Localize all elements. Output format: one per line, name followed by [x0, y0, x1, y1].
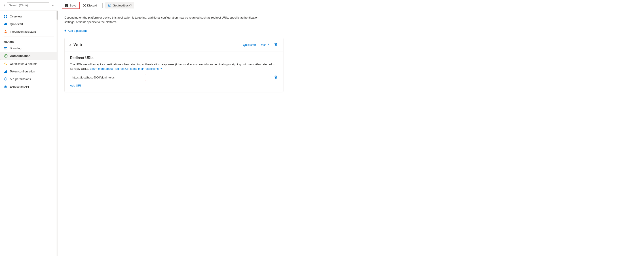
scroll-thumb	[56, 11, 58, 20]
svg-rect-6	[4, 47, 7, 48]
grid-icon	[4, 14, 8, 18]
feedback-icon	[108, 4, 112, 7]
plus-icon: +	[64, 28, 66, 33]
save-icon	[65, 4, 68, 7]
main-content: Save Discard Got feedback? Depending on …	[58, 0, 644, 256]
feedback-label: Got feedback?	[113, 4, 132, 7]
sidebar-item-label: Expose an API	[10, 85, 29, 88]
discard-button[interactable]: Discard	[80, 2, 100, 8]
collapse-chevron-icon[interactable]: ∧	[69, 43, 71, 46]
cloud-icon	[4, 22, 8, 26]
card-header-actions: Quickstart Docs	[243, 41, 279, 48]
api-icon	[4, 77, 8, 81]
nav-divider	[4, 36, 54, 36]
manage-section-label: Manage	[0, 37, 58, 44]
collapse-button[interactable]: «	[51, 3, 55, 8]
save-label: Save	[70, 4, 76, 7]
discard-label: Discard	[87, 4, 97, 7]
svg-rect-7	[4, 48, 6, 48]
sidebar-item-token-configuration[interactable]: Token configuration	[0, 68, 58, 75]
quickstart-link[interactable]: Quickstart	[243, 43, 256, 46]
trash-uri-icon	[274, 75, 278, 79]
sidebar: « Overview Quickstart	[0, 0, 58, 256]
content-area: Depending on the platform or device this…	[58, 11, 644, 256]
uri-row	[70, 74, 278, 81]
sidebar-item-overview[interactable]: Overview	[0, 12, 58, 20]
svg-rect-0	[4, 15, 5, 16]
rocket-icon	[4, 30, 8, 34]
learn-more-external-icon	[160, 68, 162, 70]
redirect-uris-desc: The URIs we will accept as destinations …	[70, 62, 278, 71]
sidebar-item-label: API permissions	[10, 77, 31, 81]
branding-icon	[4, 46, 8, 50]
sidebar-item-label: Certificates & secrets	[10, 62, 37, 66]
search-icon	[3, 4, 5, 7]
scroll-indicator	[56, 11, 58, 256]
svg-point-17	[5, 86, 6, 87]
svg-rect-3	[6, 16, 7, 18]
auth-icon	[4, 54, 8, 58]
chart-icon	[4, 69, 8, 73]
external-link-icon	[267, 44, 269, 46]
svg-rect-1	[6, 15, 7, 16]
svg-rect-13	[5, 71, 6, 73]
learn-more-text: Learn more about Redirect URIs and their…	[90, 67, 159, 70]
search-bar: «	[0, 0, 58, 11]
key-icon	[4, 62, 8, 66]
add-platform-link[interactable]: + Add a platform	[64, 28, 638, 33]
redirect-uris-title: Redirect URIs	[70, 56, 278, 60]
sidebar-item-label: Branding	[10, 46, 22, 50]
docs-link[interactable]: Docs	[260, 43, 269, 46]
save-button[interactable]: Save	[62, 2, 80, 9]
learn-more-link[interactable]: Learn more about Redirect URIs and their…	[90, 67, 162, 70]
card-header: ∧ Web Quickstart Docs	[64, 38, 283, 52]
sidebar-item-api-permissions[interactable]: API permissions	[0, 75, 58, 83]
sidebar-item-label: Overview	[10, 15, 22, 18]
sidebar-item-authentication[interactable]: Authentication	[0, 52, 58, 60]
delete-uri-button[interactable]	[274, 75, 278, 80]
intro-text: Depending on the platform or device this…	[64, 16, 266, 24]
trash-icon	[274, 42, 278, 46]
svg-rect-14	[6, 70, 7, 73]
sidebar-item-label: Token configuration	[10, 70, 35, 73]
sidebar-item-branding[interactable]: Branding	[0, 44, 58, 52]
svg-rect-2	[4, 16, 5, 18]
sidebar-item-certificates[interactable]: Certificates & secrets	[0, 60, 58, 68]
feedback-button[interactable]: Got feedback?	[105, 2, 134, 8]
delete-platform-button[interactable]	[273, 41, 279, 48]
svg-rect-12	[4, 72, 5, 73]
uri-input[interactable]	[70, 74, 146, 81]
platform-card: ∧ Web Quickstart Docs	[64, 38, 284, 92]
sidebar-item-label: Integration assistant	[10, 30, 36, 33]
svg-point-10	[5, 56, 6, 56]
toolbar: Save Discard Got feedback?	[58, 0, 644, 11]
add-uri-link[interactable]: Add URI	[70, 84, 81, 87]
card-body: Redirect URIs The URIs we will accept as…	[64, 52, 283, 92]
sidebar-item-quickstart[interactable]: Quickstart	[0, 20, 58, 28]
sidebar-item-integration-assistant[interactable]: Integration assistant	[0, 28, 58, 35]
sidebar-navigation: Overview Quickstart Integration assistan…	[0, 11, 58, 256]
sidebar-item-label: Quickstart	[10, 22, 23, 26]
docs-label: Docs	[260, 43, 266, 46]
add-platform-label: Add a platform	[68, 29, 87, 32]
cloud2-icon	[4, 84, 8, 88]
discard-icon	[83, 4, 86, 7]
svg-rect-8	[4, 48, 6, 48]
search-input[interactable]	[7, 2, 49, 8]
svg-point-4	[5, 31, 6, 32]
platform-card-title: Web	[74, 42, 241, 47]
sidebar-item-label: Authentication	[10, 54, 30, 58]
sidebar-item-expose-api[interactable]: Expose an API	[0, 83, 58, 90]
